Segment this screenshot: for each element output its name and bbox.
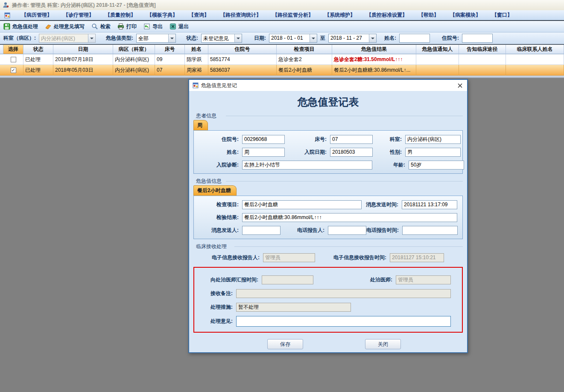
exam-item-field[interactable] bbox=[242, 200, 362, 209]
printer-icon bbox=[117, 23, 124, 30]
msg-time-field[interactable] bbox=[402, 200, 457, 209]
print-button[interactable]: 打印 bbox=[117, 23, 137, 30]
age-field[interactable] bbox=[409, 161, 464, 170]
toolbar-label: 打印 bbox=[126, 23, 137, 30]
cell-admission-no: 5836037 bbox=[208, 65, 277, 76]
row-checkbox-cell[interactable]: ✓ bbox=[3, 65, 23, 76]
close-icon[interactable] bbox=[456, 82, 464, 89]
eraser-icon bbox=[45, 23, 52, 30]
menu-item-query[interactable]: 【查询】 bbox=[189, 12, 209, 19]
search-icon bbox=[91, 23, 98, 30]
column-header-result[interactable]: 危急值结果 bbox=[332, 45, 416, 54]
cell-bed: 09 bbox=[155, 54, 185, 65]
menu-item-path-monitor[interactable]: 【路径监管分析】 bbox=[272, 12, 313, 19]
patient-tabstrip: 周 bbox=[193, 121, 463, 131]
cell-bed: 07 bbox=[155, 65, 185, 76]
export-button[interactable]: 导出 bbox=[143, 23, 163, 30]
application-window: 操作者: 管理员 科室: 内分泌科(病区) 2018-11-27 - [危急值查… bbox=[0, 0, 564, 392]
diagnosis-field[interactable] bbox=[242, 161, 372, 170]
cell-admission-no: 5851774 bbox=[208, 54, 277, 65]
cell-name: 周家裕 bbox=[185, 65, 208, 76]
phone-reporter-field[interactable] bbox=[328, 226, 366, 235]
tab-patient[interactable]: 周 bbox=[193, 120, 208, 130]
cell-contact-name bbox=[506, 65, 564, 76]
fill-opinion-button[interactable]: 处理意见填写 bbox=[45, 23, 85, 30]
age-label: 年龄: bbox=[376, 161, 405, 169]
column-header-notify-channel[interactable]: 告知临床途径 bbox=[459, 45, 506, 54]
bed-no-field[interactable] bbox=[330, 135, 373, 144]
checkbox[interactable]: ✓ bbox=[11, 67, 16, 73]
dialog-button-row: 保存 关闭 bbox=[193, 339, 463, 349]
bed-no-label: 床号: bbox=[285, 136, 327, 143]
menu-item-help[interactable]: 【帮助】 bbox=[418, 12, 439, 19]
menu-item-diagnosis-mgmt[interactable]: 【诊疗管理】 bbox=[63, 12, 94, 19]
search-button[interactable]: 检索 bbox=[91, 23, 111, 30]
msg-sender-label: 消息发送人: bbox=[194, 227, 239, 234]
column-header-date[interactable]: 日期 bbox=[53, 45, 113, 54]
menu-item-window[interactable]: 【窗口】 bbox=[492, 12, 512, 19]
admission-filter-input[interactable] bbox=[462, 34, 493, 43]
column-header-ward[interactable]: 病区（科室） bbox=[113, 45, 155, 54]
app-form-icon bbox=[4, 12, 10, 18]
column-header-select[interactable]: 选择 bbox=[3, 45, 23, 54]
admission-no-field[interactable] bbox=[242, 135, 285, 144]
exit-button[interactable]: 退出 bbox=[169, 23, 189, 30]
menu-item-system-maintenance[interactable]: 【系统维护】 bbox=[324, 12, 355, 19]
status-filter-combobox[interactable]: 未登记意见 bbox=[201, 34, 242, 43]
chevron-down-icon[interactable] bbox=[310, 34, 317, 42]
status-filter-value: 未登记意见 bbox=[202, 34, 234, 42]
column-header-notify-person[interactable]: 危急值通知人 bbox=[416, 45, 459, 54]
toolbar-label: 退出 bbox=[178, 23, 189, 30]
report-to-doctor-time-label: 向处治医师汇报时间: bbox=[194, 276, 258, 284]
column-header-name[interactable]: 姓名 bbox=[185, 45, 208, 54]
cell-ward: 内分泌科(病区) bbox=[113, 54, 155, 65]
menu-item-template-dict[interactable]: 【模板字典】 bbox=[147, 12, 178, 19]
menu-item-case-module[interactable]: 【病案模块】 bbox=[450, 12, 481, 19]
column-header-bed[interactable]: 床号 bbox=[155, 45, 185, 54]
dialog-body: 危急值登记表 患者信息 周 住院号: 床号: 科室: 姓名: 入院日期: bbox=[189, 91, 467, 352]
column-header-contact-name[interactable]: 临床联系人姓名 bbox=[506, 45, 564, 54]
chevron-down-icon[interactable] bbox=[369, 34, 376, 42]
chevron-down-icon[interactable] bbox=[168, 34, 175, 42]
clinical-section-label: 临床接收处理 bbox=[196, 243, 463, 250]
cell-ward: 内分泌科(病区) bbox=[113, 65, 155, 76]
patient-name-field[interactable] bbox=[242, 148, 285, 157]
menu-item-quality-control[interactable]: 【质量控制】 bbox=[105, 12, 136, 19]
save-button[interactable]: 保存 bbox=[267, 339, 303, 349]
handle-measure-field bbox=[236, 303, 351, 312]
type-filter-combobox[interactable]: 全部 bbox=[136, 34, 176, 43]
name-filter-input[interactable] bbox=[399, 34, 430, 43]
test-result-field[interactable] bbox=[242, 213, 457, 222]
row-checkbox-cell[interactable] bbox=[3, 54, 23, 65]
handle-measure-label: 处理措施: bbox=[194, 304, 233, 311]
close-button[interactable]: 关闭 bbox=[365, 339, 401, 349]
phone-time-field[interactable] bbox=[402, 226, 458, 235]
patient-section-label: 患者信息 bbox=[196, 112, 463, 120]
window-titlebar: 操作者: 管理员 科室: 内分泌科(病区) 2018-11-27 - [危急值查… bbox=[0, 0, 564, 10]
date-to-picker[interactable]: 2018 - 11 - 27 bbox=[328, 34, 377, 43]
form-heading: 危急值登记表 bbox=[193, 95, 463, 109]
gender-field[interactable] bbox=[405, 148, 461, 157]
cell-exam: 餐后2小时血糖 bbox=[277, 65, 332, 76]
dept-field[interactable] bbox=[405, 135, 461, 144]
handle-opinion-field[interactable] bbox=[236, 316, 451, 327]
tab-critical-exam[interactable]: 餐后2小时血糖 bbox=[193, 185, 237, 196]
column-header-status[interactable]: 状态 bbox=[23, 45, 53, 54]
e-receive-time-label: 电子信息接收报告时间: bbox=[333, 254, 386, 261]
name-filter-label: 姓名: bbox=[384, 35, 396, 42]
menu-item-path-query-stats[interactable]: 【路径查询统计】 bbox=[220, 12, 261, 19]
column-header-admission-no[interactable]: 住院号 bbox=[208, 45, 277, 54]
menu-item-medical-records[interactable]: 【病历管理】 bbox=[21, 12, 52, 19]
column-header-exam[interactable]: 检查项目 bbox=[277, 45, 332, 54]
critical-value-process-button[interactable]: 危急值处理 bbox=[3, 23, 38, 30]
admission-no-label: 住院号: bbox=[194, 136, 239, 143]
cell-status: 已处理 bbox=[23, 54, 53, 65]
date-from-picker[interactable]: 2018 - 01 - 01 bbox=[269, 34, 317, 43]
toolbar-label: 处理意见填写 bbox=[54, 23, 85, 30]
admit-date-field[interactable] bbox=[330, 148, 373, 157]
checkbox[interactable] bbox=[11, 57, 16, 62]
chevron-down-icon[interactable] bbox=[234, 34, 242, 42]
dept-filter-label: 科室（病区）: bbox=[3, 35, 36, 42]
menu-item-qc-standard[interactable]: 【质控标准设置】 bbox=[366, 12, 407, 19]
msg-sender-field[interactable] bbox=[242, 226, 281, 235]
